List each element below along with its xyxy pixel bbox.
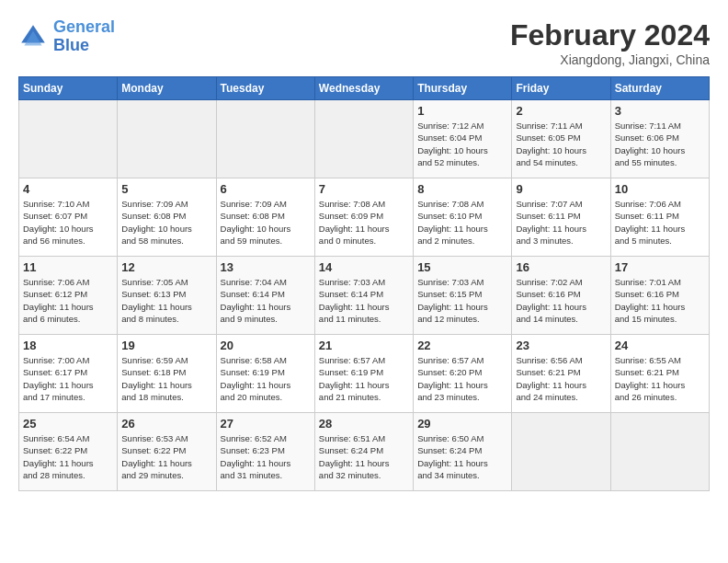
day-info: Sunrise: 7:03 AM Sunset: 6:14 PM Dayligh… [319,276,409,325]
day-info: Sunrise: 7:06 AM Sunset: 6:12 PM Dayligh… [23,276,113,325]
day-number: 1 [417,104,507,118]
day-number: 26 [121,417,211,431]
calendar-cell: 1Sunrise: 7:12 AM Sunset: 6:04 PM Daylig… [414,100,512,178]
day-info: Sunrise: 6:58 AM Sunset: 6:19 PM Dayligh… [221,354,311,403]
calendar-week-row: 25Sunrise: 6:54 AM Sunset: 6:22 PM Dayli… [19,413,710,491]
day-number: 19 [121,339,211,352]
calendar-cell: 7Sunrise: 7:08 AM Sunset: 6:09 PM Daylig… [314,178,413,257]
day-number: 3 [615,104,705,118]
month-title: February 2024 [510,18,710,52]
day-number: 4 [23,182,113,196]
day-info: Sunrise: 6:56 AM Sunset: 6:21 PM Dayligh… [516,354,606,403]
calendar-cell: 13Sunrise: 7:04 AM Sunset: 6:14 PM Dayli… [216,257,314,335]
calendar-week-row: 1Sunrise: 7:12 AM Sunset: 6:04 PM Daylig… [19,100,710,178]
calendar-cell [118,100,216,178]
calendar-cell: 23Sunrise: 6:56 AM Sunset: 6:21 PM Dayli… [512,335,610,413]
calendar-week-row: 11Sunrise: 7:06 AM Sunset: 6:12 PM Dayli… [19,257,710,335]
calendar-cell: 9Sunrise: 7:07 AM Sunset: 6:11 PM Daylig… [512,178,610,257]
col-header-wednesday: Wednesday [314,77,413,100]
calendar-cell: 6Sunrise: 7:09 AM Sunset: 6:08 PM Daylig… [216,178,314,257]
col-header-thursday: Thursday [414,77,512,100]
day-info: Sunrise: 7:06 AM Sunset: 6:11 PM Dayligh… [615,198,705,247]
calendar-week-row: 4Sunrise: 7:10 AM Sunset: 6:07 PM Daylig… [19,178,710,257]
col-header-sunday: Sunday [19,77,118,100]
day-info: Sunrise: 7:00 AM Sunset: 6:17 PM Dayligh… [23,354,113,403]
calendar-cell: 26Sunrise: 6:53 AM Sunset: 6:22 PM Dayli… [118,413,216,491]
day-info: Sunrise: 6:50 AM Sunset: 6:24 PM Dayligh… [417,432,507,481]
calendar-cell: 16Sunrise: 7:02 AM Sunset: 6:16 PM Dayli… [512,257,610,335]
calendar-cell: 11Sunrise: 7:06 AM Sunset: 6:12 PM Dayli… [19,257,118,335]
day-number: 21 [319,339,409,352]
logo: General Blue [18,18,115,55]
day-info: Sunrise: 7:05 AM Sunset: 6:13 PM Dayligh… [121,276,211,325]
col-header-monday: Monday [118,77,216,100]
logo-icon [18,22,48,52]
calendar-cell: 25Sunrise: 6:54 AM Sunset: 6:22 PM Dayli… [19,413,118,491]
title-block: February 2024 Xiangdong, Jiangxi, China [510,18,710,67]
day-info: Sunrise: 7:09 AM Sunset: 6:08 PM Dayligh… [121,198,211,247]
day-info: Sunrise: 7:07 AM Sunset: 6:11 PM Dayligh… [516,198,606,247]
day-number: 14 [319,260,409,274]
calendar-cell: 4Sunrise: 7:10 AM Sunset: 6:07 PM Daylig… [19,178,118,257]
calendar-cell [610,413,709,491]
day-info: Sunrise: 7:12 AM Sunset: 6:04 PM Dayligh… [417,120,507,168]
day-number: 22 [417,339,507,352]
day-info: Sunrise: 6:53 AM Sunset: 6:22 PM Dayligh… [121,432,211,481]
day-number: 28 [319,417,409,431]
col-header-tuesday: Tuesday [216,77,314,100]
calendar-cell: 3Sunrise: 7:11 AM Sunset: 6:06 PM Daylig… [610,100,709,178]
calendar-header-row: SundayMondayTuesdayWednesdayThursdayFrid… [19,77,710,100]
calendar-cell [512,413,610,491]
day-number: 13 [221,260,311,274]
calendar-cell: 24Sunrise: 6:55 AM Sunset: 6:21 PM Dayli… [610,335,709,413]
day-number: 6 [221,182,311,196]
calendar-cell: 18Sunrise: 7:00 AM Sunset: 6:17 PM Dayli… [19,335,118,413]
calendar-cell: 15Sunrise: 7:03 AM Sunset: 6:15 PM Dayli… [414,257,512,335]
day-info: Sunrise: 6:54 AM Sunset: 6:22 PM Dayligh… [23,432,113,481]
page-header: General Blue February 2024 Xiangdong, Ji… [18,18,710,67]
day-number: 18 [23,339,113,352]
day-number: 9 [516,182,606,196]
day-number: 2 [516,104,606,118]
calendar-week-row: 18Sunrise: 7:00 AM Sunset: 6:17 PM Dayli… [19,335,710,413]
calendar-cell: 5Sunrise: 7:09 AM Sunset: 6:08 PM Daylig… [118,178,216,257]
day-info: Sunrise: 7:08 AM Sunset: 6:09 PM Dayligh… [319,198,409,247]
calendar-table: SundayMondayTuesdayWednesdayThursdayFrid… [18,76,710,491]
calendar-cell: 2Sunrise: 7:11 AM Sunset: 6:05 PM Daylig… [512,100,610,178]
calendar-cell: 14Sunrise: 7:03 AM Sunset: 6:14 PM Dayli… [314,257,413,335]
calendar-cell: 21Sunrise: 6:57 AM Sunset: 6:19 PM Dayli… [314,335,413,413]
calendar-cell: 22Sunrise: 6:57 AM Sunset: 6:20 PM Dayli… [414,335,512,413]
day-number: 25 [23,417,113,431]
day-info: Sunrise: 7:11 AM Sunset: 6:06 PM Dayligh… [615,120,705,168]
day-number: 7 [319,182,409,196]
calendar-cell: 29Sunrise: 6:50 AM Sunset: 6:24 PM Dayli… [414,413,512,491]
calendar-cell: 10Sunrise: 7:06 AM Sunset: 6:11 PM Dayli… [610,178,709,257]
day-number: 16 [516,260,606,274]
day-number: 29 [417,417,507,431]
day-number: 17 [615,260,705,274]
day-number: 10 [615,182,705,196]
logo-text: General Blue [53,18,115,55]
calendar-cell [216,100,314,178]
day-number: 24 [615,339,705,352]
day-info: Sunrise: 6:57 AM Sunset: 6:19 PM Dayligh… [319,354,409,403]
day-number: 20 [221,339,311,352]
calendar-cell [314,100,413,178]
day-info: Sunrise: 6:57 AM Sunset: 6:20 PM Dayligh… [417,354,507,403]
day-number: 12 [121,260,211,274]
day-info: Sunrise: 6:51 AM Sunset: 6:24 PM Dayligh… [319,432,409,481]
location-subtitle: Xiangdong, Jiangxi, China [510,52,710,67]
day-number: 23 [516,339,606,352]
day-info: Sunrise: 7:02 AM Sunset: 6:16 PM Dayligh… [516,276,606,325]
day-number: 8 [417,182,507,196]
calendar-cell: 8Sunrise: 7:08 AM Sunset: 6:10 PM Daylig… [414,178,512,257]
day-info: Sunrise: 6:59 AM Sunset: 6:18 PM Dayligh… [121,354,211,403]
day-number: 27 [221,417,311,431]
calendar-cell: 12Sunrise: 7:05 AM Sunset: 6:13 PM Dayli… [118,257,216,335]
day-number: 11 [23,260,113,274]
day-info: Sunrise: 7:09 AM Sunset: 6:08 PM Dayligh… [221,198,311,247]
calendar-cell: 17Sunrise: 7:01 AM Sunset: 6:16 PM Dayli… [610,257,709,335]
day-info: Sunrise: 7:10 AM Sunset: 6:07 PM Dayligh… [23,198,113,247]
day-info: Sunrise: 7:01 AM Sunset: 6:16 PM Dayligh… [615,276,705,325]
day-number: 5 [121,182,211,196]
